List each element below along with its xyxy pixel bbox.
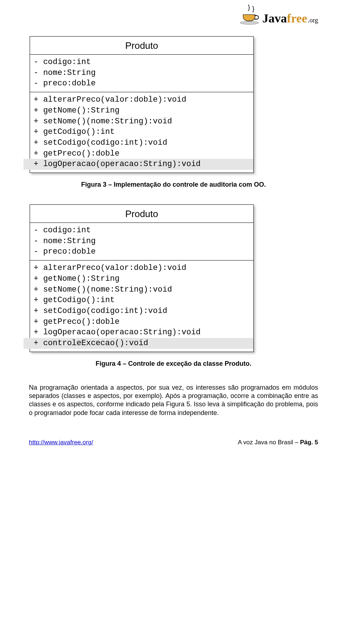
uml-line: + alterarPreco(valor:doble):void	[34, 94, 250, 105]
uml-line: + setNome()(nome:String):void	[34, 116, 250, 127]
javafree-logo: } } Javafree.org	[240, 5, 318, 25]
figure-caption-3: Figura 3 – Implementação do controle de …	[29, 181, 318, 188]
footer-right: A voz Java no Brasil – Pág. 5	[238, 439, 318, 446]
uml-ops-plain: + alterarPreco(valor:doble):void+ getNom…	[34, 263, 250, 338]
logo-suffix: .org	[308, 17, 318, 24]
uml-line: + getPreco():doble	[34, 317, 250, 327]
footer-page: Pág. 5	[300, 439, 318, 446]
saucer-icon	[240, 21, 259, 25]
uml-line: - preco:doble	[34, 246, 250, 257]
cup-body-icon	[243, 14, 255, 21]
uml-line: + getCodigo():int	[34, 295, 250, 306]
steam-icon: }	[248, 4, 250, 11]
uml-line: - nome:String	[34, 68, 250, 79]
uml-title: Produto	[30, 37, 253, 54]
logo-header: } } Javafree.org	[29, 5, 318, 25]
uml-line: - nome:String	[34, 236, 250, 247]
uml-operations: + alterarPreco(valor:doble):void+ getNom…	[30, 92, 253, 173]
uml-class-produto-1: Produto - codigo:int- nome:String- preco…	[30, 36, 254, 173]
footer-prefix: A voz Java no Brasil –	[238, 439, 300, 446]
uml-class-produto-2: Produto - codigo:int- nome:String- preco…	[30, 204, 254, 352]
uml-ops-highlight: + controleExcecao():void	[34, 338, 250, 349]
uml-line: + setCodigo(codigo:int):void	[34, 306, 250, 317]
uml-line: - codigo:int	[34, 225, 250, 236]
uml-line: - codigo:int	[34, 57, 250, 68]
uml-line: + setNome()(nome:String):void	[34, 284, 250, 295]
uml-ops-highlight: + logOperacao(operacao:String):void	[34, 159, 250, 170]
uml-line: + getPreco():doble	[34, 148, 250, 159]
page-footer: http://www.javafree.org/ A voz Java no B…	[29, 439, 318, 446]
cup-handle-icon	[254, 15, 259, 20]
uml-line: + alterarPreco(valor:doble):void	[34, 263, 250, 274]
uml-title: Produto	[30, 205, 253, 223]
uml-ops-plain: + alterarPreco(valor:doble):void+ getNom…	[34, 94, 250, 159]
footer-link[interactable]: http://www.javafree.org/	[29, 439, 93, 446]
uml-line: + getNome():String	[34, 274, 250, 284]
figure-caption-4: Figura 4 – Controle de exceção da classe…	[29, 360, 318, 368]
uml-line: + setCodigo(codigo:int):void	[34, 137, 250, 148]
steam-icon: }	[252, 5, 254, 13]
cup-icon: } }	[240, 5, 260, 25]
body-paragraph: Na programação orientada a aspectos, por…	[29, 384, 318, 418]
uml-attributes: - codigo:int- nome:String- preco:doble	[30, 54, 253, 92]
uml-operations: + alterarPreco(valor:doble):void+ getNom…	[30, 260, 253, 352]
logo-text: Javafree.org	[262, 12, 318, 25]
uml-line: + logOperacao(operacao:String):void	[34, 327, 250, 338]
uml-line: + controleExcecao():void	[30, 338, 253, 349]
uml-line: - preco:doble	[34, 78, 250, 89]
uml-line: + getCodigo():int	[34, 127, 250, 137]
logo-word-java: Java	[262, 12, 287, 25]
uml-attributes: - codigo:int- nome:String- preco:doble	[30, 223, 253, 260]
logo-word-free: free	[287, 12, 307, 25]
uml-line: + getNome():String	[34, 105, 250, 116]
uml-line: + logOperacao(operacao:String):void	[30, 159, 253, 170]
